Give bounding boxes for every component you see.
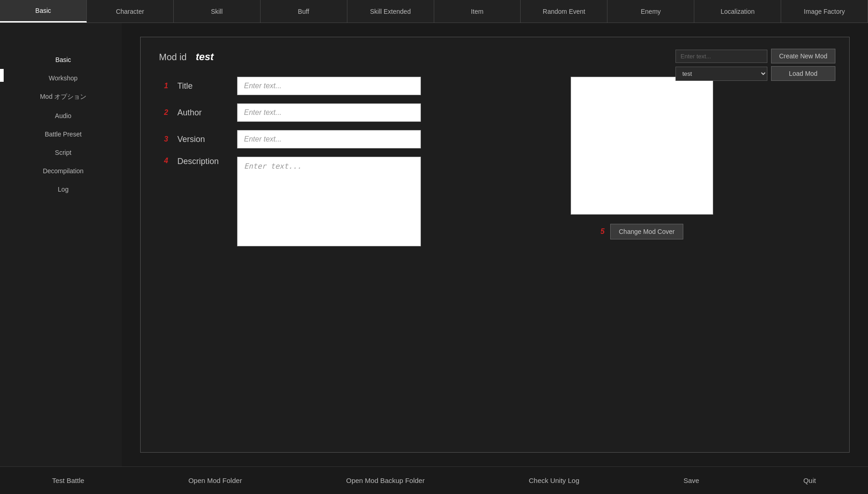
sidebar-item-basic[interactable]: Basic [0, 51, 122, 69]
check-unity-log-button[interactable]: Check Unity Log [520, 473, 589, 488]
tab-localization[interactable]: Localization [694, 0, 781, 23]
title-input[interactable] [237, 77, 421, 95]
version-input[interactable] [237, 130, 421, 148]
mod-select-dropdown[interactable]: test [675, 67, 767, 81]
sidebar-item-mod-options[interactable]: Mod オプション [0, 87, 122, 107]
description-textarea[interactable] [237, 157, 421, 246]
sidebar-item-script[interactable]: Script [0, 143, 122, 162]
create-load-section: Create New Mod test Load Mod [675, 49, 835, 81]
version-label: Version [177, 135, 228, 144]
version-row: 3 Version [159, 130, 435, 148]
form-right: 5 Change Mod Cover [453, 77, 831, 438]
tab-item[interactable]: Item [434, 0, 521, 23]
create-new-mod-button[interactable]: Create New Mod [771, 49, 835, 63]
form-section: 1 Title 2 Author 3 Version [159, 77, 831, 438]
description-row: 4 Description [159, 157, 435, 246]
author-input[interactable] [237, 103, 421, 122]
tab-skill[interactable]: Skill [174, 0, 261, 23]
form-left: 1 Title 2 Author 3 Version [159, 77, 435, 438]
content-area: Mod id test Create New Mod test Load Mod [122, 23, 868, 466]
field-number-4: 4 [159, 157, 168, 165]
sidebar-item-audio[interactable]: Audio [0, 107, 122, 125]
open-mod-folder-button[interactable]: Open Mod Folder [179, 473, 251, 488]
main-panel: Mod id test Create New Mod test Load Mod [140, 37, 850, 453]
sidebar: Basic Workshop Mod オプション Audio Battle Pr… [0, 23, 122, 466]
author-row: 2 Author [159, 103, 435, 122]
mod-id-label: Mod id [159, 52, 187, 62]
quit-button[interactable]: Quit [794, 473, 825, 488]
field-number-5: 5 [601, 227, 605, 236]
title-label: Title [177, 81, 228, 91]
bottom-bar: Test Battle Open Mod Folder Open Mod Bac… [0, 466, 868, 494]
tab-buff[interactable]: Buff [261, 0, 347, 23]
sidebar-active-indicator [0, 69, 4, 82]
top-nav: Basic Character Skill Buff Skill Extende… [0, 0, 868, 23]
load-row: test Load Mod [675, 66, 835, 81]
description-label: Description [177, 157, 228, 166]
change-cover-row: 5 Change Mod Cover [601, 224, 683, 239]
new-mod-name-input[interactable] [675, 50, 767, 63]
save-button[interactable]: Save [674, 473, 708, 488]
tab-character[interactable]: Character [87, 0, 174, 23]
field-number-1: 1 [159, 82, 168, 90]
open-mod-backup-folder-button[interactable]: Open Mod Backup Folder [337, 473, 434, 488]
tab-basic[interactable]: Basic [0, 0, 87, 23]
mod-cover-image [571, 77, 713, 215]
tab-skill-extended[interactable]: Skill Extended [347, 0, 434, 23]
test-battle-button[interactable]: Test Battle [43, 473, 93, 488]
author-label: Author [177, 108, 228, 118]
tab-image-factory[interactable]: Image Factory [781, 0, 868, 23]
main-area: Basic Workshop Mod オプション Audio Battle Pr… [0, 23, 868, 466]
sidebar-item-battle-preset[interactable]: Battle Preset [0, 125, 122, 143]
sidebar-item-decompilation[interactable]: Decompilation [0, 162, 122, 180]
field-number-2: 2 [159, 108, 168, 117]
tab-enemy[interactable]: Enemy [607, 0, 694, 23]
change-mod-cover-button[interactable]: Change Mod Cover [610, 224, 683, 239]
create-row: Create New Mod [675, 49, 835, 63]
sidebar-item-workshop[interactable]: Workshop [0, 69, 122, 87]
tab-random-event[interactable]: Random Event [521, 0, 607, 23]
sidebar-item-log[interactable]: Log [0, 180, 122, 199]
load-mod-button[interactable]: Load Mod [771, 66, 835, 81]
mod-id-value: test [196, 51, 214, 63]
field-number-3: 3 [159, 135, 168, 143]
title-row: 1 Title [159, 77, 435, 95]
